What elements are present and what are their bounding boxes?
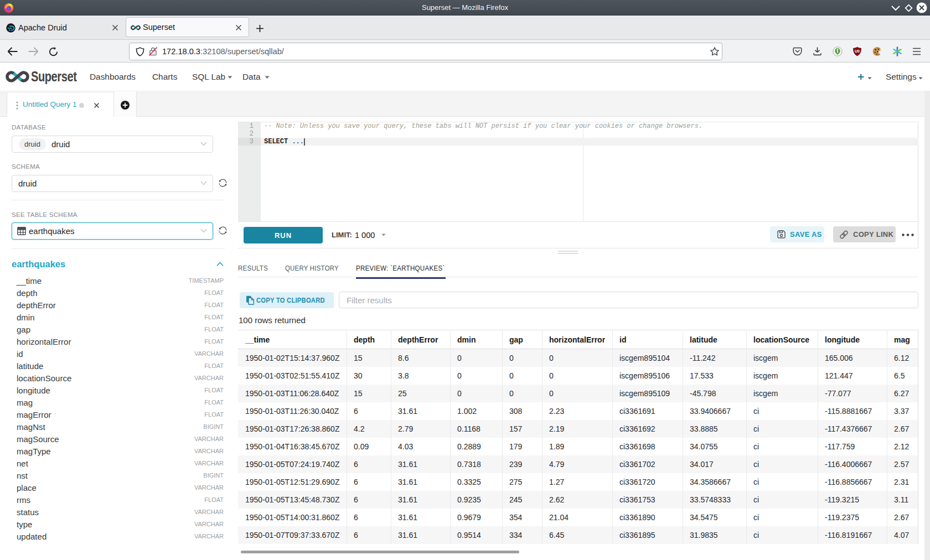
svg-text:U0: U0 (855, 49, 860, 53)
